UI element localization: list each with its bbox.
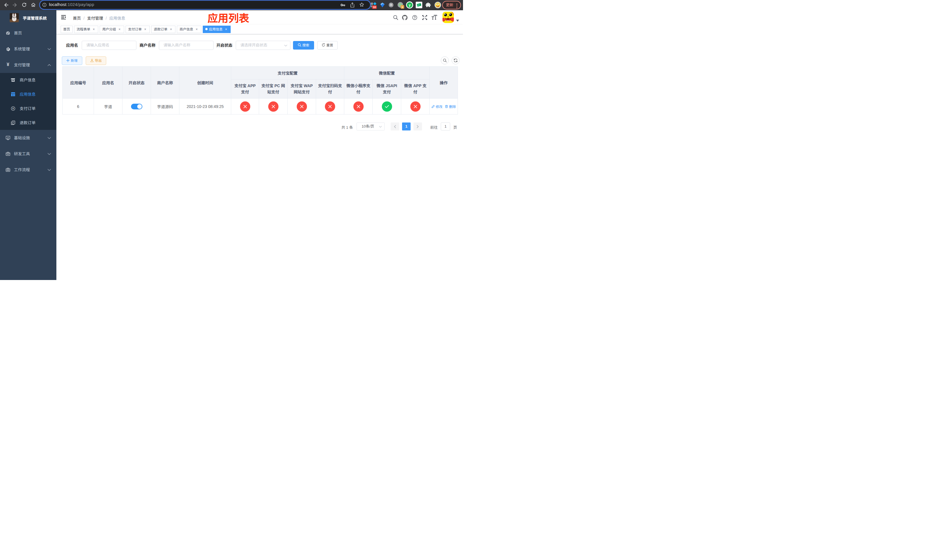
svg-text:y: y	[409, 3, 411, 7]
svg-text:¥: ¥	[12, 107, 14, 110]
svg-text:10: 10	[373, 5, 376, 9]
svg-text:⌘: ⌘	[390, 3, 393, 6]
svg-text:1: 1	[402, 5, 404, 9]
